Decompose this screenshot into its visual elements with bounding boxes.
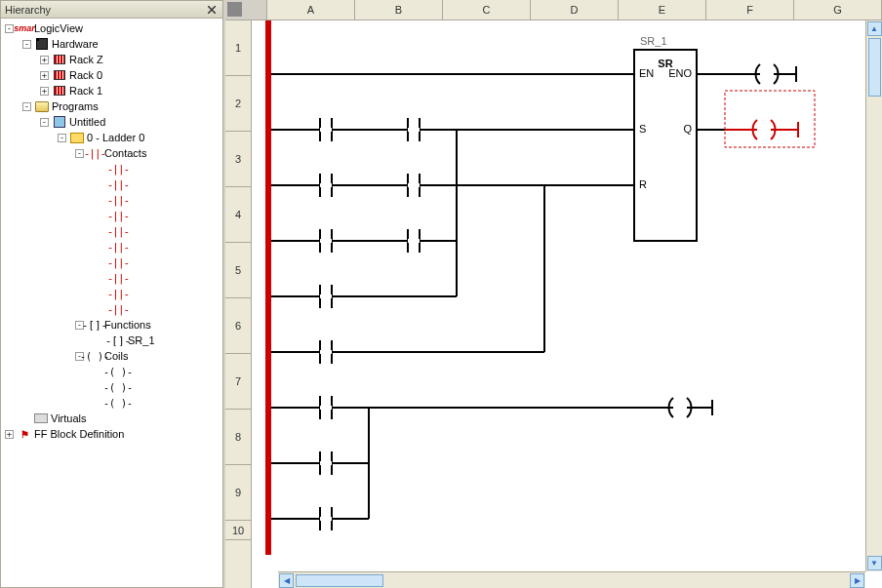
ff-icon: ⚑ xyxy=(17,426,32,442)
vertical-scrollbar[interactable]: ▲ ▼ xyxy=(865,20,882,571)
col-header-b[interactable]: B xyxy=(355,0,443,20)
tree-coils[interactable]: -( )-Coils xyxy=(1,348,222,364)
corner-cell[interactable] xyxy=(225,0,267,20)
rack-icon xyxy=(52,52,67,67)
col-header-f[interactable]: F xyxy=(706,0,794,20)
col-header-e[interactable]: E xyxy=(619,0,706,20)
virtuals-icon xyxy=(33,411,49,426)
tree-ladder-0[interactable]: 0 - Ladder 0 xyxy=(1,130,222,145)
hierarchy-tree: smarLogicView Hardware Rack Z Rack 0 Rac… xyxy=(1,19,222,587)
ladder-canvas[interactable]: SR_1 SR EN ENO S Q R ▲ ▼ ◀ xyxy=(252,20,882,588)
svg-rect-55 xyxy=(320,461,332,465)
col-header-g[interactable]: G xyxy=(794,0,882,20)
scroll-right-icon[interactable]: ▶ xyxy=(850,573,864,588)
hierarchy-panel: Hierarchy smarLogicView Hardware Rack Z … xyxy=(0,0,223,588)
tree-contact-item[interactable]: -||- xyxy=(1,208,222,223)
svg-rect-20 xyxy=(320,183,332,187)
row-header-2[interactable]: 2 xyxy=(225,76,251,132)
column-headers: A B C D E F G xyxy=(225,0,882,20)
svg-text:Q: Q xyxy=(683,123,692,135)
contact-icon: -||- xyxy=(87,145,102,161)
scroll-thumb[interactable] xyxy=(296,574,383,587)
row-header-4[interactable]: 4 xyxy=(225,187,251,243)
tree-contact-item[interactable]: -||- xyxy=(1,239,222,255)
ladder-editor: A B C D E F G 1 2 3 4 5 6 7 8 9 10 xyxy=(223,0,882,588)
contact-icon: -||- xyxy=(110,223,126,239)
svg-rect-31 xyxy=(320,239,332,243)
contact-icon: -||- xyxy=(110,192,126,208)
tree-untitled[interactable]: Untitled xyxy=(1,114,222,130)
tree-functions[interactable]: -[]-Functions xyxy=(1,317,222,333)
contact-icon: -||- xyxy=(110,286,126,301)
function-icon: -[]- xyxy=(110,333,126,348)
contact-icon: -||- xyxy=(110,301,126,317)
tree-coil-item[interactable]: -( )- xyxy=(1,379,222,395)
panel-header: Hierarchy xyxy=(1,1,222,19)
row-header-8[interactable]: 8 xyxy=(225,410,251,465)
tree-hardware[interactable]: Hardware xyxy=(1,36,222,52)
tree-contact-item[interactable]: -||- xyxy=(1,270,222,286)
svg-rect-8 xyxy=(320,128,332,132)
tree-root[interactable]: smarLogicView xyxy=(1,20,222,36)
scroll-thumb[interactable] xyxy=(868,38,881,97)
chip-icon xyxy=(34,36,50,52)
coil-icon: -( )- xyxy=(110,379,126,395)
contact-icon: -||- xyxy=(110,255,126,270)
svg-text:EN: EN xyxy=(639,67,654,79)
tree-contacts[interactable]: -||-Contacts xyxy=(1,145,222,161)
row-header-1[interactable]: 1 xyxy=(225,20,251,76)
folder-icon xyxy=(34,98,50,114)
tree-contact-item[interactable]: -||- xyxy=(1,192,222,208)
fb-instance: SR_1 xyxy=(640,35,667,47)
col-header-c[interactable]: C xyxy=(443,0,531,20)
tree-contact-item[interactable]: -||- xyxy=(1,223,222,239)
tree-coil-item[interactable]: -( )- xyxy=(1,364,222,379)
svg-rect-23 xyxy=(408,183,420,187)
tree-virtuals[interactable]: Virtuals xyxy=(1,411,222,426)
tree-rack-1[interactable]: Rack 1 xyxy=(1,83,222,98)
contact-icon: -||- xyxy=(110,270,126,286)
col-header-d[interactable]: D xyxy=(531,0,619,20)
contact-icon: -||- xyxy=(110,239,126,255)
svg-rect-49 xyxy=(320,406,332,410)
smar-icon: smar xyxy=(17,20,32,36)
tree-contact-item[interactable]: -||- xyxy=(1,286,222,301)
row-header-7[interactable]: 7 xyxy=(225,354,251,410)
col-header-a[interactable]: A xyxy=(267,0,355,20)
contact-icon: -||- xyxy=(110,161,126,176)
svg-text:R: R xyxy=(639,178,647,190)
row-header-6[interactable]: 6 xyxy=(225,298,251,354)
rack-icon xyxy=(52,83,67,98)
scroll-left-icon[interactable]: ◀ xyxy=(279,573,294,588)
svg-text:S: S xyxy=(639,123,646,135)
tree-ffblock[interactable]: ⚑FF Block Definition xyxy=(1,426,222,442)
row-header-10[interactable]: 10 xyxy=(225,521,251,540)
close-icon[interactable] xyxy=(205,3,219,17)
scroll-up-icon[interactable]: ▲ xyxy=(867,21,882,36)
row-header-3[interactable]: 3 xyxy=(225,132,251,187)
tree-sr1[interactable]: -[]-SR_1 xyxy=(1,333,222,348)
ladder-icon xyxy=(69,130,85,145)
scroll-down-icon[interactable]: ▼ xyxy=(867,556,882,570)
row-headers: 1 2 3 4 5 6 7 8 9 10 xyxy=(225,20,252,588)
tree-coil-item[interactable]: -( )- xyxy=(1,395,222,411)
panel-title: Hierarchy xyxy=(5,4,51,16)
tree-contact-item[interactable]: -||- xyxy=(1,255,222,270)
tree-programs[interactable]: Programs xyxy=(1,98,222,114)
row-header-5[interactable]: 5 xyxy=(225,243,251,298)
tree-contact-item[interactable]: -||- xyxy=(1,301,222,317)
svg-rect-13 xyxy=(725,91,815,147)
svg-rect-34 xyxy=(408,239,420,243)
row-header-9[interactable]: 9 xyxy=(225,465,251,521)
svg-rect-60 xyxy=(320,517,332,521)
tree-rack-0[interactable]: Rack 0 xyxy=(1,67,222,83)
coil-icon: -( )- xyxy=(87,348,102,364)
tree-contact-item[interactable]: -||- xyxy=(1,161,222,176)
tree-rack-z[interactable]: Rack Z xyxy=(1,52,222,67)
rack-icon xyxy=(52,67,67,83)
program-icon xyxy=(52,114,67,130)
horizontal-scrollbar[interactable]: ◀ ▶ xyxy=(278,571,865,588)
tree-contact-item[interactable]: -||- xyxy=(1,176,222,192)
contact-icon: -||- xyxy=(110,208,126,223)
svg-rect-39 xyxy=(320,294,332,298)
